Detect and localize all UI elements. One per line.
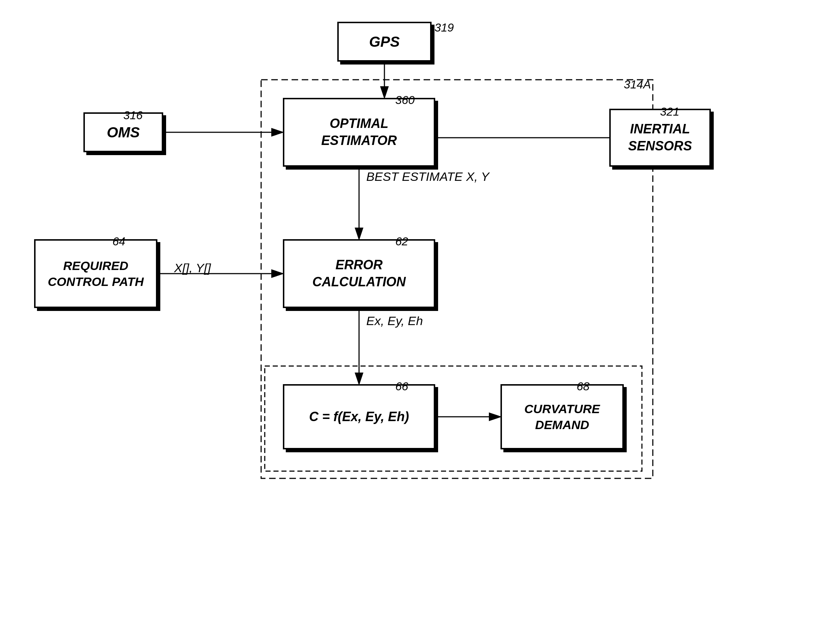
best-estimate-label: BEST ESTIMATE X, Y [366,170,489,184]
ex-ey-eh-label: Ex, Ey, Eh [366,314,423,328]
gps-block: GPS [337,22,432,61]
c-function-label: C = f(Ex, Ey, Eh) [309,408,409,425]
error-calculation-block: ERRORCALCULATION [283,239,435,308]
c-function-block: C = f(Ex, Ey, Eh) [283,384,435,449]
inertial-sensors-ref: 321 [660,105,679,118]
error-calculation-label: ERRORCALCULATION [312,257,406,291]
oms-ref: 316 [123,109,143,122]
c-function-ref: 66 [395,380,408,393]
inertial-sensors-label: INERTIALSENSORS [628,121,692,155]
curvature-demand-block: CURVATUREDEMAND [501,384,624,449]
required-control-path-label: REQUIREDCONTROL PATH [48,258,144,290]
required-control-path-block: REQUIREDCONTROL PATH [34,239,157,308]
oms-label: OMS [107,123,140,142]
diagram-container: GPS 319 OMS 316 OPTIMALESTIMATOR 360 INE… [0,0,816,644]
curvature-demand-ref: 68 [577,380,590,393]
required-control-path-ref: 64 [112,235,126,248]
xy-array-label: X[], Y[] [174,261,211,275]
curvature-demand-label: CURVATUREDEMAND [524,401,600,433]
optimal-estimator-ref: 360 [395,94,415,107]
optimal-estimator-label: OPTIMALESTIMATOR [321,115,397,149]
gps-ref: 319 [435,21,454,34]
dashed-region-ref: 314A [624,78,651,91]
gps-label: GPS [369,32,400,51]
error-calculation-ref: 62 [395,235,408,248]
optimal-estimator-block: OPTIMALESTIMATOR [283,98,435,167]
